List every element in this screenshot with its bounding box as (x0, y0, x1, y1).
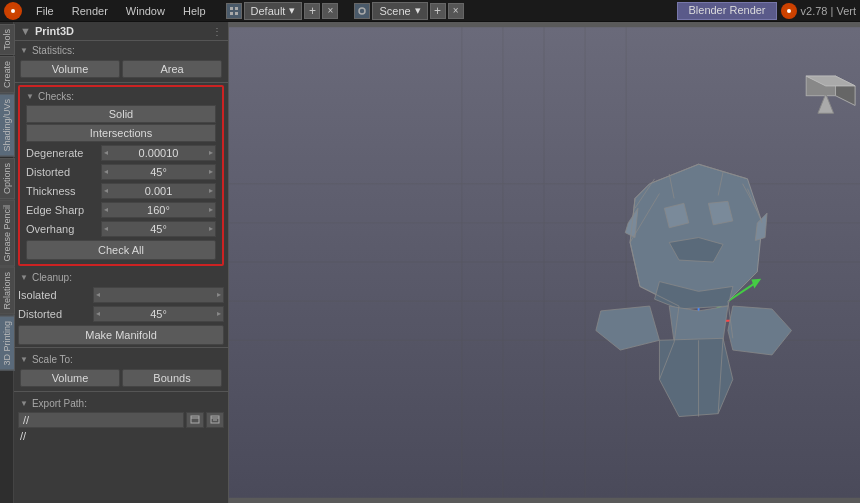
edge-sharp-dec[interactable]: ◂ (102, 205, 110, 214)
check-all-button[interactable]: Check All (26, 240, 216, 260)
edge-sharp-inc[interactable]: ▸ (207, 205, 215, 214)
remove-workspace-button[interactable]: × (322, 3, 338, 19)
edge-sharp-field[interactable]: ◂ 160° ▸ (101, 202, 216, 218)
thickness-row: Thickness ◂ 0.001 ▸ (22, 181, 220, 200)
reload-path-button[interactable] (206, 412, 224, 428)
add-workspace-button[interactable]: + (304, 3, 320, 19)
menu-render[interactable]: Render (64, 3, 116, 19)
add-scene-button[interactable]: + (430, 3, 446, 19)
overhang-row: Overhang ◂ 45° ▸ (22, 219, 220, 238)
distorted-cleanup-inc[interactable]: ▸ (215, 309, 223, 318)
degenerate-value: 0.00010 (110, 147, 207, 159)
scale-to-label: Scale To: (14, 350, 228, 367)
degenerate-row: Degenerate ◂ 0.00010 ▸ (22, 143, 220, 162)
thickness-inc[interactable]: ▸ (207, 186, 215, 195)
export-path-value: // (14, 429, 228, 443)
distorted-field[interactable]: ◂ 45° ▸ (101, 164, 216, 180)
degenerate-inc[interactable]: ▸ (207, 148, 215, 157)
isolated-label: Isolated (18, 289, 93, 301)
checks-label-text: Checks: (38, 91, 74, 102)
isolated-row: Isolated ◂ ▸ (14, 285, 228, 304)
scale-to-label-text: Scale To: (32, 354, 73, 365)
workspace-icon (226, 3, 242, 19)
thickness-field[interactable]: ◂ 0.001 ▸ (101, 183, 216, 199)
statistics-btn-row: Volume Area (14, 58, 228, 80)
scale-to-btn-row: Volume Bounds (14, 367, 228, 389)
svg-point-6 (359, 8, 365, 14)
workspace-selector[interactable]: Default ▾ (244, 2, 303, 20)
menu-window[interactable]: Window (118, 3, 173, 19)
svg-rect-5 (235, 12, 238, 15)
volume-button[interactable]: Volume (20, 60, 120, 78)
menu-help[interactable]: Help (175, 3, 214, 19)
distorted-cleanup-dec[interactable]: ◂ (94, 309, 102, 318)
panel-title-text: Print3D (35, 25, 74, 37)
menu-bar: File Render Window Help Default ▾ + × Sc… (0, 0, 860, 22)
make-manifold-button[interactable]: Make Manifold (18, 325, 224, 345)
statistics-section-label: Statistics: (14, 41, 228, 58)
export-path-label-text: Export Path: (32, 398, 87, 409)
export-path-row (14, 411, 228, 429)
isolated-field[interactable]: ◂ ▸ (93, 287, 224, 303)
scene-selector[interactable]: Scene ▾ (372, 2, 427, 20)
thickness-dec[interactable]: ◂ (102, 186, 110, 195)
svg-point-8 (787, 9, 791, 13)
main-layout: Tools Create Shading/UVs Options Grease … (0, 22, 860, 503)
sidebar-item-relations[interactable]: Relations (0, 267, 15, 315)
distorted-dec[interactable]: ◂ (102, 167, 110, 176)
thickness-label: Thickness (26, 185, 101, 197)
export-path-input[interactable] (18, 412, 184, 428)
cleanup-section: Cleanup: Isolated ◂ ▸ Distorted ◂ (14, 268, 228, 345)
renderer-selector[interactable]: Blender Render (677, 2, 776, 20)
overhang-value: 45° (110, 223, 207, 235)
cleanup-label-text: Cleanup: (32, 272, 72, 283)
version-label: v2.78 | Vert (801, 5, 856, 17)
checks-section: Checks: Solid Intersections Degenerate ◂… (18, 85, 224, 266)
solid-button[interactable]: Solid (26, 105, 216, 123)
overhang-field[interactable]: ◂ 45° ▸ (101, 221, 216, 237)
sidebar-item-shading[interactable]: Shading/UVs (0, 94, 15, 157)
thickness-value: 0.001 (110, 185, 207, 197)
sidebar-item-create[interactable]: Create (0, 56, 15, 93)
distorted-cleanup-label: Distorted (18, 308, 93, 320)
area-button[interactable]: Area (122, 60, 222, 78)
browse-path-button[interactable] (186, 412, 204, 428)
sidebar-item-tools[interactable]: Tools (0, 24, 15, 55)
distorted-row: Distorted ◂ 45° ▸ (22, 162, 220, 181)
panel-options[interactable]: ⋮ (212, 26, 222, 37)
edge-sharp-row: Edge Sharp ◂ 160° ▸ (22, 200, 220, 219)
overhang-label: Overhang (26, 223, 101, 235)
panel-header: ▼ Print3D ⋮ (14, 22, 228, 41)
left-vtabs: Tools Create Shading/UVs Options Grease … (0, 22, 14, 503)
panel-title: ▼ Print3D (20, 25, 74, 37)
panel-content: Statistics: Volume Area Checks: Solid In… (14, 41, 228, 503)
distorted-inc[interactable]: ▸ (207, 167, 215, 176)
viewport[interactable]: User Persp (229, 22, 860, 503)
svg-rect-3 (235, 7, 238, 10)
isolated-inc[interactable]: ▸ (215, 290, 223, 299)
isolated-dec[interactable]: ◂ (94, 290, 102, 299)
scale-volume-button[interactable]: Volume (20, 369, 120, 387)
degenerate-label: Degenerate (26, 147, 101, 159)
distorted-value: 45° (110, 166, 207, 178)
menu-file[interactable]: File (28, 3, 62, 19)
scale-to-section: Scale To: Volume Bounds (14, 350, 228, 389)
intersections-button[interactable]: Intersections (26, 124, 216, 142)
distorted-cleanup-field[interactable]: ◂ 45° ▸ (93, 306, 224, 322)
degenerate-dec[interactable]: ◂ (102, 148, 110, 157)
sidebar-item-options[interactable]: Options (0, 158, 15, 199)
export-path-label: Export Path: (14, 394, 228, 411)
scale-bounds-button[interactable]: Bounds (122, 369, 222, 387)
degenerate-field[interactable]: ◂ 0.00010 ▸ (101, 145, 216, 161)
overhang-inc[interactable]: ▸ (207, 224, 215, 233)
distorted-label: Distorted (26, 166, 101, 178)
remove-scene-button[interactable]: × (448, 3, 464, 19)
sidebar-item-grease[interactable]: Grease Pencil (0, 200, 15, 267)
overhang-dec[interactable]: ◂ (102, 224, 110, 233)
left-panel: ▼ Print3D ⋮ Statistics: Volume Area Chec… (14, 22, 229, 503)
edge-sharp-value: 160° (110, 204, 207, 216)
checks-label: Checks: (22, 89, 220, 104)
sidebar-item-3dprinting[interactable]: 3D Printing (0, 316, 15, 371)
svg-rect-4 (230, 12, 233, 15)
distorted-cleanup-value: 45° (102, 308, 215, 320)
